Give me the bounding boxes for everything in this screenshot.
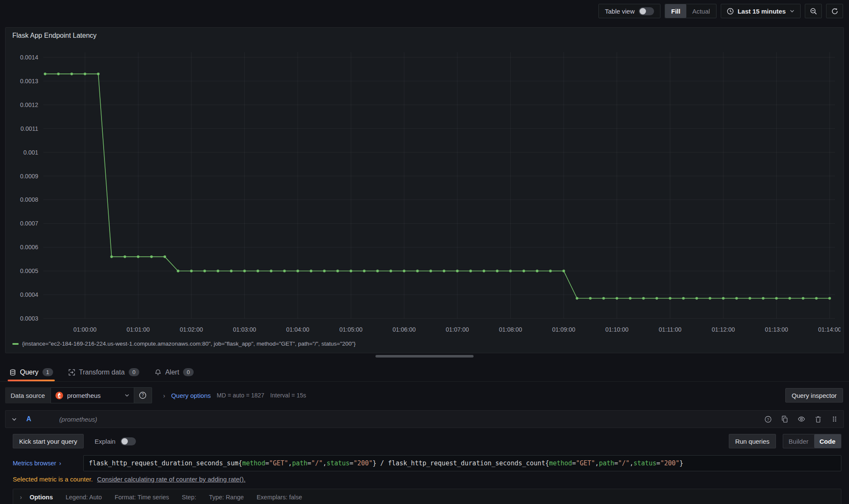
eye-icon [798, 415, 805, 423]
transform-icon [68, 369, 75, 376]
query-options-toggle[interactable]: › Query options [163, 392, 211, 399]
svg-text:01:03:00: 01:03:00 [233, 326, 257, 333]
metrics-browser-button[interactable]: Metrics browser › [13, 455, 83, 471]
actual-button[interactable]: Actual [686, 4, 716, 18]
datasource-select[interactable]: prometheus [51, 387, 134, 403]
legend-series-label[interactable]: {instance="ec2-184-169-216-224.us-west-1… [22, 341, 355, 347]
option-format: Format: Time series [115, 494, 169, 501]
tab-alert[interactable]: Alert 0 [155, 363, 194, 381]
tab-query-label: Query [20, 369, 39, 376]
toggle-knob [121, 438, 128, 445]
query-help-button[interactable]: ? [764, 416, 772, 423]
svg-text:0.0011: 0.0011 [20, 125, 38, 132]
warning-rate-link[interactable]: Consider calculating rate of counter by … [97, 476, 245, 483]
svg-text:01:11:00: 01:11:00 [659, 326, 682, 333]
trash-icon [815, 416, 822, 423]
query-row-header[interactable]: A (prometheus) ? [5, 410, 844, 428]
option-step: Step: [182, 494, 196, 501]
chevron-right-icon: › [20, 494, 22, 501]
svg-text:01:14:00: 01:14:00 [818, 326, 841, 333]
datasource-label: Data source [5, 387, 51, 403]
time-range-picker[interactable]: Last 15 minutes [721, 4, 801, 18]
drag-query-handle[interactable] [831, 416, 838, 422]
fill-actual-group: Fill Actual [665, 4, 716, 18]
tab-transform-label: Transform data [79, 369, 125, 376]
query-toolbar-right: Run queries Builder Code [729, 434, 841, 448]
builder-button[interactable]: Builder [783, 434, 814, 448]
query-datasource-hint: (prometheus) [59, 416, 97, 423]
chart-legend: {instance="ec2-184-169-216-224.us-west-1… [6, 339, 843, 347]
svg-text:01:09:00: 01:09:00 [552, 326, 575, 333]
tab-query-badge: 1 [42, 368, 53, 376]
table-view-control: Table view [598, 4, 660, 18]
builder-code-group: Builder Code [783, 434, 841, 448]
hide-query-button[interactable] [798, 415, 805, 423]
datasource-help-button[interactable]: ? [134, 387, 152, 403]
copy-icon [781, 416, 788, 423]
refresh-button[interactable] [826, 4, 843, 18]
toggle-knob [640, 8, 646, 14]
panel-title: Flask App Endpoint Latency [6, 28, 843, 39]
prometheus-icon [55, 391, 63, 400]
option-exemplars: Exemplars: false [257, 494, 302, 501]
svg-text:01:00:00: 01:00:00 [73, 326, 97, 333]
warning-text: Selected metric is a counter. [13, 476, 93, 483]
svg-text:01:06:00: 01:06:00 [392, 326, 416, 333]
run-queries-button[interactable]: Run queries [729, 434, 776, 448]
svg-text:0.0007: 0.0007 [20, 220, 38, 227]
fill-button[interactable]: Fill [665, 4, 686, 18]
grip-icon [831, 416, 838, 422]
options-title: Options [30, 494, 53, 501]
query-row-actions: ? [764, 415, 838, 423]
remove-query-button[interactable] [815, 416, 822, 423]
pane-resize-handle[interactable] [375, 355, 474, 358]
query-inspector-button[interactable]: Query inspector [785, 388, 843, 403]
svg-text:0.0006: 0.0006 [20, 244, 38, 251]
code-button[interactable]: Code [814, 434, 841, 448]
explain-label: Explain [95, 438, 116, 445]
chevron-right-icon: › [59, 460, 61, 467]
promql-query-input[interactable]: flask_http_request_duration_seconds_sum{… [83, 455, 841, 471]
chevron-down-icon [790, 8, 795, 14]
bell-icon [155, 369, 161, 376]
latency-chart[interactable]: 0.00140.00130.00120.00110.0010.00090.000… [8, 39, 841, 338]
tab-transform-data[interactable]: Transform data 0 [68, 363, 139, 381]
time-series-panel: Flask App Endpoint Latency 0.00140.00130… [5, 27, 844, 353]
svg-text:01:05:00: 01:05:00 [339, 326, 363, 333]
kick-start-query-button[interactable]: Kick start your query [13, 434, 84, 448]
tab-alert-label: Alert [165, 369, 179, 376]
zoom-out-icon [810, 8, 817, 15]
svg-text:0.0009: 0.0009 [20, 173, 38, 180]
svg-text:0.0005: 0.0005 [20, 267, 38, 274]
query-options-label: Query options [171, 392, 211, 399]
tab-alert-badge: 0 [183, 368, 194, 376]
explain-toggle[interactable] [121, 437, 136, 445]
query-options-summary[interactable]: › Options Legend: Auto Format: Time seri… [13, 489, 841, 504]
option-legend: Legend: Auto [65, 494, 102, 501]
tab-query[interactable]: Query 1 [9, 363, 53, 381]
svg-text:01:10:00: 01:10:00 [605, 326, 629, 333]
table-view-toggle[interactable] [639, 7, 654, 15]
zoom-out-button[interactable] [805, 4, 822, 18]
svg-text:0.0012: 0.0012 [20, 101, 38, 108]
query-editor-row: Metrics browser › flask_http_request_dur… [13, 455, 844, 471]
query-toolbar: Kick start your query Explain Run querie… [13, 434, 844, 448]
chevron-right-icon: › [163, 392, 165, 399]
svg-text:0.0004: 0.0004 [20, 291, 38, 298]
svg-text:01:12:00: 01:12:00 [712, 326, 735, 333]
svg-text:0.0013: 0.0013 [20, 78, 38, 84]
query-ref-id: A [26, 415, 31, 423]
query-editor-section: A (prometheus) ? Kick start your query E… [5, 410, 844, 504]
datasource-row: Data source prometheus ? › Query options… [5, 386, 844, 405]
svg-text:01:13:00: 01:13:00 [765, 326, 788, 333]
interval-info: Interval = 15s [270, 392, 306, 399]
tab-transform-badge: 0 [129, 368, 139, 376]
chevron-down-icon [124, 393, 130, 398]
legend-series-swatch[interactable] [12, 343, 19, 345]
svg-text:01:04:00: 01:04:00 [286, 326, 310, 333]
svg-text:?: ? [142, 393, 144, 397]
table-view-label: Table view [605, 8, 635, 15]
explain-control: Explain [95, 437, 136, 445]
duplicate-query-button[interactable] [781, 416, 788, 423]
datasource-selected-value: prometheus [67, 392, 101, 399]
